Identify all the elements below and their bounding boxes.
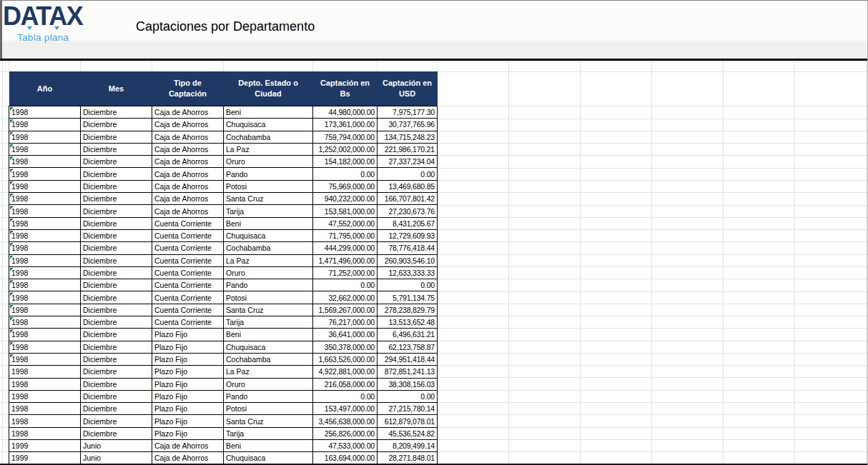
- cell-mes[interactable]: Diciembre: [81, 266, 152, 279]
- cell-tipo-captacion[interactable]: Caja de Ahorros: [152, 156, 224, 168]
- cell-captacion-bs[interactable]: 444,299,000.00: [313, 242, 378, 254]
- col-header-ano[interactable]: Año: [9, 71, 81, 106]
- cell-captacion-usd[interactable]: 78,776,418.44: [378, 242, 438, 254]
- cell-depto[interactable]: Santa Cruz: [224, 193, 313, 205]
- cell-mes[interactable]: Diciembre: [81, 119, 152, 131]
- cell-tipo-captacion[interactable]: Cuenta Corriente: [152, 291, 224, 304]
- cell-tipo-captacion[interactable]: Cuenta Corriente: [152, 316, 224, 329]
- cell-ano[interactable]: 1998: [9, 353, 81, 365]
- cell-ano[interactable]: 1998: [9, 229, 81, 241]
- cell-depto[interactable]: Potosi: [224, 180, 313, 192]
- cell-ano[interactable]: 1998: [9, 316, 81, 329]
- cell-ano[interactable]: 1998: [9, 378, 81, 390]
- cell-captacion-bs[interactable]: 71,252,000.00: [313, 266, 378, 279]
- cell-captacion-usd[interactable]: 38,308,156.03: [378, 378, 438, 390]
- cell-mes[interactable]: Diciembre: [81, 378, 152, 390]
- cell-captacion-bs[interactable]: 4,922,881,000.00: [313, 366, 378, 378]
- cell-captacion-usd[interactable]: 12,729,609.93: [378, 229, 438, 241]
- col-header-usd[interactable]: Captación en USD: [378, 71, 438, 106]
- cell-mes[interactable]: Diciembre: [81, 168, 152, 180]
- cell-captacion-usd[interactable]: 13,469,680.85: [378, 180, 438, 192]
- cell-captacion-usd[interactable]: 45,536,524.82: [378, 427, 438, 439]
- cell-tipo-captacion[interactable]: Caja de Ahorros: [152, 193, 224, 205]
- cell-captacion-usd[interactable]: 12,633,333.33: [378, 266, 438, 279]
- cell-depto[interactable]: Oruro: [224, 266, 313, 279]
- cell-captacion-bs[interactable]: 0.00: [313, 168, 378, 180]
- cell-depto[interactable]: Beni: [224, 106, 313, 119]
- cell-mes[interactable]: Diciembre: [81, 316, 152, 329]
- cell-depto[interactable]: La Paz: [224, 143, 313, 155]
- cell-captacion-bs[interactable]: 0.00: [313, 279, 378, 291]
- cell-depto[interactable]: Beni: [224, 440, 313, 452]
- cell-captacion-bs[interactable]: 1,471,496,000.00: [313, 254, 378, 266]
- cell-captacion-usd[interactable]: 0.00: [378, 390, 438, 402]
- cell-captacion-bs[interactable]: 153,581,000.00: [313, 205, 378, 217]
- cell-depto[interactable]: La Paz: [224, 254, 313, 266]
- cell-captacion-usd[interactable]: 8,431,205.67: [378, 217, 438, 229]
- cell-captacion-bs[interactable]: 256,826,000.00: [313, 427, 378, 439]
- cell-mes[interactable]: Diciembre: [81, 353, 152, 365]
- cell-mes[interactable]: Diciembre: [81, 143, 152, 155]
- cell-ano[interactable]: 1998: [9, 291, 81, 304]
- cell-tipo-captacion[interactable]: Caja de Ahorros: [152, 180, 224, 192]
- cell-captacion-bs[interactable]: 47,552,000.00: [313, 217, 378, 229]
- cell-depto[interactable]: Santa Cruz: [224, 304, 313, 316]
- cell-tipo-captacion[interactable]: Cuenta Corriente: [152, 242, 224, 254]
- cell-depto[interactable]: Cochabamba: [224, 131, 313, 143]
- cell-depto[interactable]: Beni: [224, 329, 313, 341]
- cell-captacion-bs[interactable]: 759,794,000.00: [313, 131, 378, 143]
- cell-captacion-bs[interactable]: 940,232,000.00: [313, 193, 378, 205]
- cell-tipo-captacion[interactable]: Caja de Ahorros: [152, 106, 224, 119]
- cell-mes[interactable]: Diciembre: [81, 180, 152, 192]
- cell-mes[interactable]: Diciembre: [81, 254, 152, 266]
- cell-mes[interactable]: Diciembre: [81, 390, 152, 402]
- cell-captacion-usd[interactable]: 27,337,234.04: [378, 156, 438, 168]
- cell-mes[interactable]: Junio: [81, 452, 152, 464]
- cell-tipo-captacion[interactable]: Cuenta Corriente: [152, 217, 224, 229]
- cell-captacion-bs[interactable]: 47,533,000.00: [313, 440, 378, 452]
- cell-mes[interactable]: Diciembre: [81, 329, 152, 341]
- cell-mes[interactable]: Diciembre: [81, 106, 152, 119]
- cell-ano[interactable]: 1998: [9, 266, 81, 279]
- cell-captacion-bs[interactable]: 76,217,000.00: [313, 316, 378, 329]
- cell-captacion-usd[interactable]: 27,230,673.76: [378, 205, 438, 217]
- cell-captacion-usd[interactable]: 6,496,631.21: [378, 329, 438, 341]
- cell-mes[interactable]: Diciembre: [81, 229, 152, 241]
- cell-captacion-usd[interactable]: 294,951,418.44: [378, 353, 438, 365]
- cell-ano[interactable]: 1998: [9, 279, 81, 291]
- cell-tipo-captacion[interactable]: Plazo Fijo: [152, 427, 224, 439]
- cell-tipo-captacion[interactable]: Plazo Fijo: [152, 415, 224, 427]
- cell-tipo-captacion[interactable]: Caja de Ahorros: [152, 440, 224, 452]
- cell-tipo-captacion[interactable]: Plazo Fijo: [152, 390, 224, 402]
- cell-mes[interactable]: Diciembre: [81, 217, 152, 229]
- cell-tipo-captacion[interactable]: Caja de Ahorros: [152, 452, 224, 464]
- cell-depto[interactable]: Beni: [224, 217, 313, 229]
- cell-depto[interactable]: Potosi: [224, 403, 313, 415]
- cell-captacion-bs[interactable]: 1,252,002,000.00: [313, 143, 378, 155]
- cell-ano[interactable]: 1998: [9, 403, 81, 415]
- cell-depto[interactable]: Santa Cruz: [224, 415, 313, 427]
- cell-mes[interactable]: Diciembre: [81, 291, 152, 304]
- cell-tipo-captacion[interactable]: Plazo Fijo: [152, 366, 224, 378]
- col-header-tipo[interactable]: Tipo de Captación: [152, 71, 224, 106]
- cell-ano[interactable]: 1998: [9, 217, 81, 229]
- cell-captacion-usd[interactable]: 260,903,546.10: [378, 254, 438, 266]
- cell-tipo-captacion[interactable]: Caja de Ahorros: [152, 168, 224, 180]
- cell-depto[interactable]: La Paz: [224, 366, 313, 378]
- cell-captacion-bs[interactable]: 71,795,000.00: [313, 229, 378, 241]
- cell-ano[interactable]: 1998: [9, 193, 81, 205]
- cell-captacion-usd[interactable]: 27,215,780.14: [378, 403, 438, 415]
- cell-ano[interactable]: 1998: [9, 329, 81, 341]
- cell-tipo-captacion[interactable]: Cuenta Corriente: [152, 304, 224, 316]
- cell-captacion-usd[interactable]: 30,737,765.96: [378, 119, 438, 131]
- cell-captacion-bs[interactable]: 32,662,000.00: [313, 291, 378, 304]
- cell-captacion-usd[interactable]: 8,209,499.14: [378, 440, 438, 452]
- cell-ano[interactable]: 1999: [9, 452, 81, 464]
- cell-ano[interactable]: 1998: [9, 366, 81, 378]
- cell-captacion-usd[interactable]: 612,879,078.01: [378, 415, 438, 427]
- cell-ano[interactable]: 1998: [9, 427, 81, 439]
- cell-mes[interactable]: Diciembre: [81, 193, 152, 205]
- cell-captacion-bs[interactable]: 1,663,526,000.00: [313, 353, 378, 365]
- cell-tipo-captacion[interactable]: Caja de Ahorros: [152, 119, 224, 131]
- cell-depto[interactable]: Tarija: [224, 427, 313, 439]
